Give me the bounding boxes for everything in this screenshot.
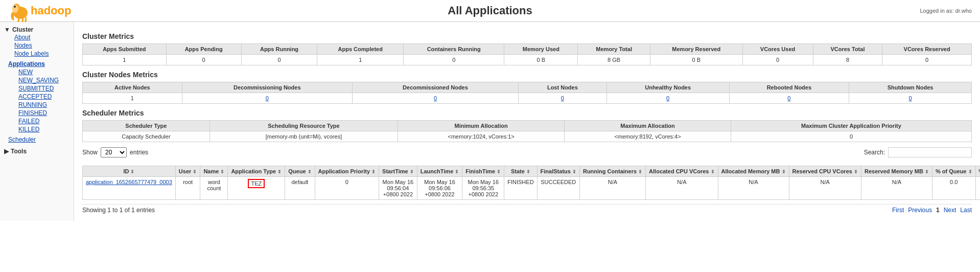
cnm-link[interactable]: 0 <box>561 95 564 101</box>
alloc-cpu-cell: N/A <box>646 177 718 200</box>
sort-icon: ⇕ <box>638 169 642 174</box>
data-table-header[interactable]: Queue ⇕ <box>285 166 315 177</box>
sm-header: Scheduling Resource Type <box>209 121 398 131</box>
cnm-header: Rebooted Nodes <box>729 82 849 93</box>
data-table-header[interactable]: Application Type ⇕ <box>228 166 285 177</box>
sidebar-link-running[interactable]: RUNNING <box>12 101 69 109</box>
data-table-header[interactable]: Reserved CPU VCores ⇕ <box>789 166 861 177</box>
data-table-header[interactable]: % of Queue ⇕ <box>932 166 975 177</box>
app-id-link[interactable]: application_1652665777479_0003 <box>83 177 176 200</box>
sm-header: Scheduler Type <box>83 121 210 131</box>
cnm-value: 0 <box>182 93 352 104</box>
cm-header: Memory Total <box>578 44 650 55</box>
sidebar-link-node-labels[interactable]: Node Labels <box>8 50 69 58</box>
cm-value: 1 <box>83 55 167 65</box>
sidebar-link-nodes[interactable]: Nodes <box>8 41 69 50</box>
sort-icon: ⇕ <box>410 169 414 174</box>
cm-header: VCores Total <box>813 44 882 55</box>
data-table-header[interactable]: LaunchTime ⇕ <box>417 166 462 177</box>
cm-value: 1 <box>317 55 404 65</box>
data-table-header[interactable]: State ⇕ <box>504 166 537 177</box>
cnm-link[interactable]: 0 <box>908 95 912 101</box>
sm-value: [memory-mb (unit=Mi), vcores] <box>209 131 398 142</box>
sort-icon: ⇕ <box>308 169 312 174</box>
sidebar-link-failed[interactable]: FAILED <box>12 117 69 125</box>
sort-icon: ⇕ <box>220 169 224 174</box>
cluster-nodes-metrics-title: Cluster Nodes Metrics <box>82 71 972 79</box>
cnm-link[interactable]: 0 <box>434 95 437 101</box>
sidebar-link-new-saving[interactable]: NEW_SAVING <box>12 76 69 84</box>
user-cell: root <box>175 177 200 200</box>
sidebar-link-new[interactable]: NEW <box>12 68 69 76</box>
cm-value: 8 GB <box>578 55 650 65</box>
page-title: All Applications <box>448 4 532 17</box>
data-table-header[interactable]: User ⇕ <box>175 166 200 177</box>
hadoop-elephant-icon: hadoop <box>8 0 33 23</box>
sidebar-link-finished[interactable]: FINISHED <box>12 109 69 117</box>
cm-value: 0 B <box>650 55 742 65</box>
cm-value: 0 <box>742 55 813 65</box>
arrow-right-icon: ▶ <box>4 148 9 155</box>
cm-header: Memory Used <box>504 44 578 55</box>
logo: hadoop hadoop <box>8 0 71 23</box>
sort-icon: ⇕ <box>782 169 786 174</box>
cluster-nodes-metrics-table: Active NodesDecommissioning NodesDecommi… <box>82 82 972 104</box>
cnm-link[interactable]: 0 <box>266 95 269 101</box>
data-table-header[interactable]: % of Cluster ⇕ <box>975 166 980 177</box>
cm-header: VCores Reserved <box>882 44 972 55</box>
sidebar-link-killed[interactable]: KILLED <box>12 125 69 133</box>
app-id-link[interactable]: application_1652665777479_0003 <box>86 179 172 185</box>
svg-point-3 <box>14 6 16 8</box>
search-label: Search: <box>864 149 885 156</box>
sort-icon: ⇕ <box>526 169 530 174</box>
sort-icon: ⇕ <box>371 169 376 174</box>
launch-time-cell: Mon May 16 09:56:06 +0800 2022 <box>417 177 462 200</box>
cnm-link[interactable]: 0 <box>787 95 790 101</box>
current-page[interactable]: 1 <box>936 207 940 214</box>
data-table-header[interactable]: Running Containers ⇕ <box>579 166 645 177</box>
data-table-header[interactable]: Reserved Memory MB ⇕ <box>861 166 932 177</box>
name-cell: word count <box>200 177 228 200</box>
cnm-link[interactable]: 0 <box>666 95 669 101</box>
cnm-value: 0 <box>519 93 607 104</box>
cnm-value: 1 <box>83 93 182 104</box>
sm-header: Maximum Cluster Application Priority <box>731 121 971 131</box>
cnm-value: 0 <box>606 93 729 104</box>
showing-entries-text: Showing 1 to 1 of 1 entries <box>82 207 155 214</box>
last-page-link[interactable]: Last <box>960 207 972 214</box>
sidebar-link-submitted[interactable]: SUBMITTED <box>12 84 69 93</box>
show-entries-select[interactable]: 10 20 50 100 <box>101 147 127 157</box>
sidebar-tools-section[interactable]: ▶ Tools <box>4 148 69 155</box>
logo-text: hadoop <box>31 4 71 17</box>
data-table-header[interactable]: Name ⇕ <box>200 166 228 177</box>
data-table-header[interactable]: Allocated CPU VCores ⇕ <box>646 166 718 177</box>
scheduler-metrics-table: Scheduler TypeScheduling Resource TypeMi… <box>82 120 972 142</box>
cm-value: 0 B <box>504 55 578 65</box>
sm-value: Capacity Scheduler <box>83 131 210 142</box>
data-table-header[interactable]: FinalStatus ⇕ <box>537 166 579 177</box>
cnm-header: Active Nodes <box>83 82 182 93</box>
sidebar-cluster-section[interactable]: ▼ Cluster <box>4 26 69 33</box>
login-info: Logged in as: dr.who <box>920 8 972 14</box>
running-containers-cell: N/A <box>579 177 645 200</box>
sidebar-scheduler-link[interactable]: Scheduler <box>8 135 69 144</box>
first-page-link[interactable]: First <box>892 207 904 214</box>
show-entries-control: Show 10 20 50 100 entries <box>82 147 148 157</box>
data-table-header[interactable]: StartTime ⇕ <box>379 166 417 177</box>
data-table-header[interactable]: FinishTime ⇕ <box>462 166 504 177</box>
previous-page-link[interactable]: Previous <box>908 207 932 214</box>
sidebar-link-about[interactable]: About <box>8 33 69 41</box>
data-table-header[interactable]: ID ⇕ <box>83 166 176 177</box>
cnm-header: Decommissioned Nodes <box>352 82 518 93</box>
data-table-header[interactable]: Application Priority ⇕ <box>315 166 379 177</box>
data-table-header[interactable]: Allocated Memory MB ⇕ <box>718 166 789 177</box>
cm-value: 0 <box>166 55 241 65</box>
sidebar-cluster-label: Cluster <box>12 26 33 33</box>
cnm-value: 0 <box>352 93 518 104</box>
sidebar-link-accepted[interactable]: ACCEPTED <box>12 93 69 101</box>
next-page-link[interactable]: Next <box>944 207 956 214</box>
sidebar-applications-label[interactable]: Applications <box>8 60 69 68</box>
cm-value: 0 <box>241 55 317 65</box>
pagination-bar: Showing 1 to 1 of 1 entries First Previo… <box>82 204 972 216</box>
search-input[interactable] <box>888 147 972 157</box>
